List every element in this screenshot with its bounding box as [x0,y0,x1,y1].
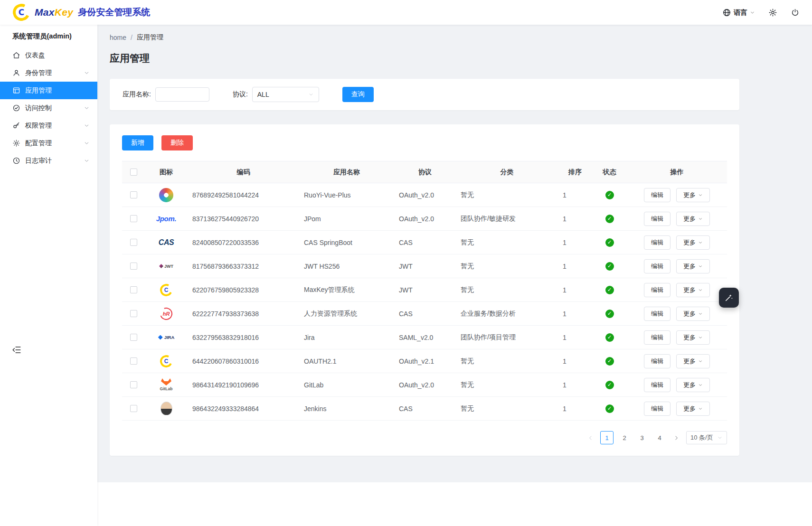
chevron-down-icon [698,406,703,411]
select-all-checkbox[interactable] [130,169,137,176]
row-checkbox[interactable] [130,310,137,317]
row-checkbox[interactable] [130,405,137,412]
pagination-page-4[interactable]: 4 [653,431,666,444]
edit-button[interactable]: 编辑 [644,307,670,321]
app-category: 团队协作/项目管理 [456,333,558,342]
app-category: 暂无 [456,286,558,294]
app-name-input[interactable] [155,87,209,102]
more-button[interactable]: 更多 [676,188,710,202]
column-header: 分类 [456,168,558,177]
breadcrumb: home / 应用管理 [110,33,812,42]
app-protocol: CAS [394,239,456,246]
more-button[interactable]: 更多 [676,378,710,392]
table-row: Jpom. 837136275440926720 JPom OAuth_v2.0… [122,207,727,231]
app-name: RuoYi-Vue-Plus [299,191,394,199]
chevron-down-icon [698,264,703,269]
more-label: 更多 [683,310,696,318]
more-button[interactable]: 更多 [676,283,710,297]
pagination-page-2[interactable]: 2 [618,431,631,444]
chevron-down-icon [717,435,723,441]
app-code: 837136275440926720 [188,215,299,223]
ruoyi-app-icon [159,188,173,202]
edit-button[interactable]: 编辑 [644,330,670,345]
app-protocol: JWT [394,286,456,294]
more-button[interactable]: 更多 [676,354,710,368]
protocol-select-value: ALL [257,91,269,98]
settings-gear-icon[interactable] [768,8,777,17]
app-code: 876892492581044224 [188,191,299,199]
sidebar-item-dashboard[interactable]: 仪表盘 [0,47,97,64]
more-label: 更多 [683,191,696,199]
more-button[interactable]: 更多 [676,235,710,250]
app-protocol: OAuth_v2.1 [394,357,456,365]
add-button[interactable]: 新增 [122,135,153,150]
app-protocol: OAuth_v2.0 [394,215,456,223]
sidebar-item-config[interactable]: 配置管理 [0,134,97,152]
page-size-value: 10 条/页 [690,433,713,442]
sidebar-item-audit[interactable]: 日志审计 [0,152,97,169]
app-sort: 1 [558,334,592,341]
breadcrumb-home-link[interactable]: home [110,34,126,41]
app-protocol: OAuth_v2.0 [394,381,456,389]
more-label: 更多 [683,357,696,366]
edit-button[interactable]: 编辑 [644,188,670,202]
edit-button[interactable]: 编辑 [644,259,670,273]
protocol-select[interactable]: ALL [252,87,319,102]
dashboard-icon [12,51,20,59]
more-label: 更多 [683,333,696,342]
edit-button[interactable]: 编辑 [644,354,670,368]
sidebar-item-permission[interactable]: 权限管理 [0,117,97,134]
row-checkbox[interactable] [130,334,137,341]
chevron-down-icon [84,158,90,164]
logout-icon[interactable] [791,8,800,17]
app-name-filter-label: 应用名称: [123,90,151,99]
search-button[interactable]: 查询 [342,87,374,102]
row-checkbox[interactable] [130,357,137,365]
pagination-next-icon[interactable] [670,431,682,444]
status-enabled-icon [605,404,614,413]
page-size-select[interactable]: 10 条/页 [686,431,727,444]
more-button[interactable]: 更多 [676,212,710,226]
row-checkbox[interactable] [130,239,137,246]
more-button[interactable]: 更多 [676,307,710,321]
sidebar-item-identity[interactable]: 身份管理 [0,64,97,82]
edit-button[interactable]: 编辑 [644,378,670,392]
sidebar-item-access[interactable]: 访问控制 [0,99,97,117]
chevron-down-icon [698,193,703,197]
app-name: OAUTH2.1 [299,357,394,365]
more-label: 更多 [683,404,696,413]
edit-button[interactable]: 编辑 [644,212,670,226]
language-switcher[interactable]: 语言 [722,8,755,17]
table-row: hR 622227747938373638 人力资源管理系统 CAS 企业服务/… [122,302,727,326]
app-table-body: 876892492581044224 RuoYi-Vue-Plus OAuth_… [122,183,727,421]
pagination-page-3[interactable]: 3 [635,431,649,444]
more-button[interactable]: 更多 [676,330,710,345]
row-checkbox[interactable] [130,215,137,222]
pagination-page-1[interactable]: 1 [600,431,614,444]
jpom-app-icon: Jpom. [156,215,177,223]
app-code: 817568793663373312 [188,263,299,270]
app-header: C Max Key 身份安全管理系统 语言 [0,0,812,25]
pagination-prev-icon[interactable] [585,431,596,444]
app-category: 暂无 [456,191,558,199]
row-checkbox[interactable] [130,263,137,270]
edit-button[interactable]: 编辑 [644,235,670,250]
edit-button[interactable]: 编辑 [644,402,670,416]
row-checkbox[interactable] [130,286,137,293]
app-sort: 1 [558,286,592,294]
audit-icon [12,157,20,165]
more-button[interactable]: 更多 [676,402,710,416]
more-button[interactable]: 更多 [676,259,710,273]
column-header: 状态 [592,168,627,177]
column-header: 排序 [558,168,592,177]
collapse-sidebar-icon[interactable] [11,345,22,355]
maxkey-app-icon: C [160,355,173,368]
sidebar-item-apps[interactable]: 应用管理 [0,82,97,99]
delete-button[interactable]: 删除 [161,135,193,150]
edit-button[interactable]: 编辑 [644,283,670,297]
app-name: JWT HS256 [299,263,394,270]
sidebar: 系统管理员(admin) 仪表盘 身份管理 应用管理 访问控制 权限管理 配置管… [0,25,97,526]
row-checkbox[interactable] [130,191,137,198]
floating-tool-button[interactable] [719,288,739,308]
row-checkbox[interactable] [130,381,137,388]
